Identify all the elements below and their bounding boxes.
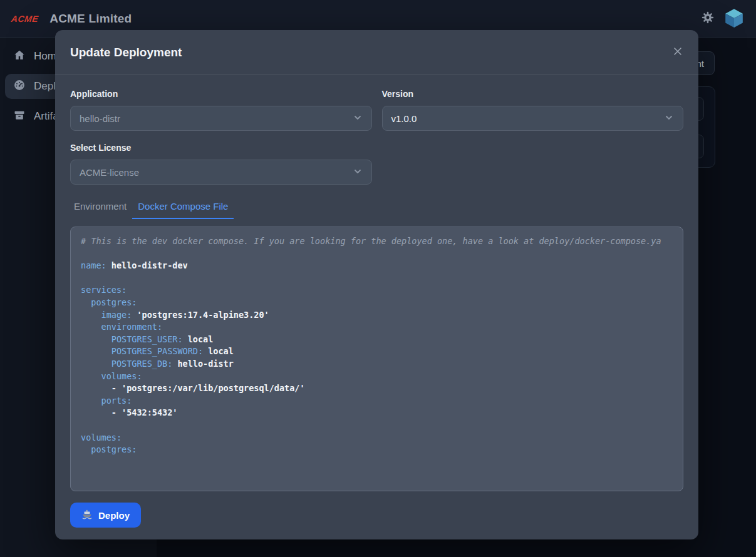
package-icon [13, 109, 26, 125]
close-button[interactable] [672, 46, 683, 59]
deploy-button[interactable]: Deploy [70, 503, 141, 528]
home-icon [13, 49, 26, 64]
topbar-actions [701, 7, 745, 30]
code-line [81, 248, 673, 260]
app-window: ACME ACME Limited [0, 0, 756, 557]
license-value: ACME-license [80, 167, 139, 178]
modal-tabs: Environment Docker Compose File [70, 201, 683, 219]
license-select[interactable]: ACME-license [70, 160, 372, 185]
gear-icon [701, 11, 715, 26]
ship-icon [81, 509, 93, 522]
code-line: postgres: [81, 297, 673, 309]
acme-logo: ACME [11, 14, 39, 24]
license-label: Select License [70, 143, 372, 153]
tab-docker-compose-file[interactable]: Docker Compose File [132, 201, 234, 219]
gauge-icon [13, 79, 26, 95]
application-value: hello-distr [80, 113, 120, 124]
application-field: Application hello-distr [70, 89, 372, 131]
code-line [81, 272, 673, 285]
modal-body: Application hello-distr Version v1.0.0 [55, 89, 698, 528]
deploy-button-label: Deploy [98, 510, 130, 521]
version-field: Version v1.0.0 [382, 89, 684, 131]
code-line: postgres: [81, 444, 673, 456]
app-cube-logo-button[interactable] [723, 7, 745, 30]
settings-button[interactable] [701, 11, 715, 26]
modal-header: Update Deployment [55, 30, 698, 75]
compose-code: # This is the dev docker compose. If you… [81, 235, 673, 456]
code-line: environment: [81, 321, 673, 334]
chevron-down-icon [664, 113, 674, 125]
version-label: Version [382, 89, 684, 99]
code-line: volumes: [81, 370, 673, 383]
compose-editor[interactable]: # This is the dev docker compose. If you… [70, 227, 683, 491]
code-line: POSTGRES_DB: hello-distr [81, 358, 673, 370]
code-line: # This is the dev docker compose. If you… [81, 235, 673, 248]
application-label: Application [70, 89, 372, 99]
company-title: ACME Limited [49, 12, 132, 26]
chevron-down-icon [353, 166, 363, 178]
version-select[interactable]: v1.0.0 [382, 106, 684, 131]
code-line: - 'postgres:/var/lib/postgresql/data/' [81, 382, 673, 395]
code-line: services: [81, 284, 673, 297]
code-line: image: 'postgres:17.4-alpine3.20' [81, 309, 673, 322]
license-field: Select License ACME-license [70, 143, 372, 185]
code-line: POSTGRES_USER: local [81, 334, 673, 346]
code-line: volumes: [81, 432, 673, 444]
version-value: v1.0.0 [391, 113, 417, 124]
update-deployment-modal: Update Deployment Application hello-dist… [55, 30, 698, 539]
code-line: ports: [81, 395, 673, 407]
code-line: name: hello-distr-dev [81, 260, 673, 272]
code-line: - '5432:5432' [81, 407, 673, 419]
chevron-down-icon [353, 113, 363, 125]
application-select[interactable]: hello-distr [70, 106, 372, 131]
fields-row-1: Application hello-distr Version v1.0.0 [70, 89, 683, 131]
tab-environment[interactable]: Environment [70, 201, 132, 219]
cube-icon [723, 7, 745, 30]
code-line: POSTGRES_PASSWORD: local [81, 345, 673, 358]
code-line [81, 419, 673, 432]
modal-title: Update Deployment [70, 46, 182, 59]
close-icon [672, 46, 683, 59]
